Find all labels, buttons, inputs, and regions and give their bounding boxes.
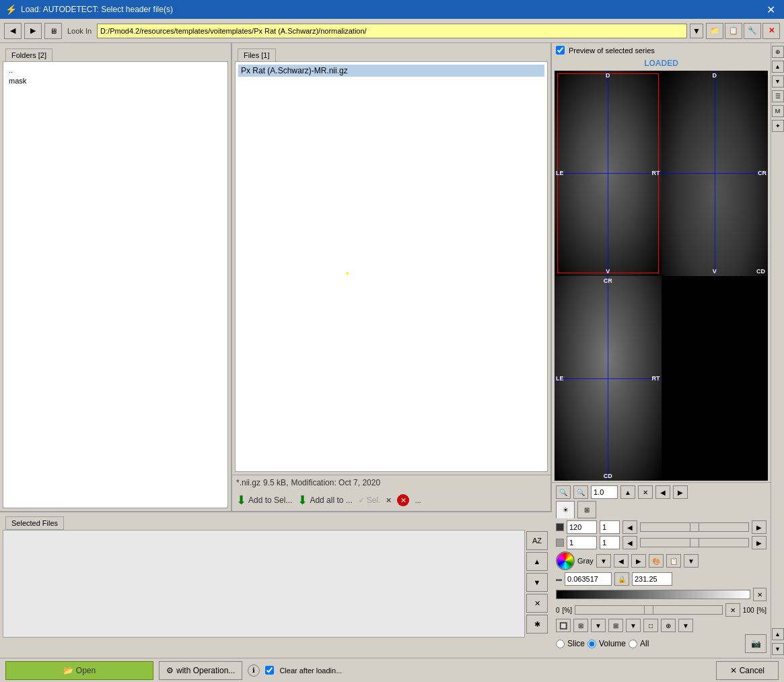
label-rt-bl: RT xyxy=(652,375,660,382)
side-icon-2[interactable]: ▲ xyxy=(772,61,784,73)
pct-slider[interactable] xyxy=(575,605,723,615)
side-icons: ⊕ ▲ ▼ ☰ M ✦ ▲ ▼ xyxy=(771,43,784,658)
tool-btn-1[interactable]: 🔲 xyxy=(556,619,571,632)
titlebar-close-button[interactable]: ✕ xyxy=(762,1,779,18)
add-to-sel-button[interactable]: ⬇ Add to Sel... xyxy=(236,493,292,508)
selected-files-tab[interactable]: Selected Files xyxy=(5,516,64,530)
brightness-tab[interactable]: ☀ xyxy=(556,501,575,518)
tool-btn-2[interactable]: ⊞ xyxy=(573,619,588,632)
tool-dropdown-5[interactable]: ▼ xyxy=(678,619,693,632)
min-val-input[interactable] xyxy=(565,572,612,586)
label-cd-tr: CD xyxy=(756,268,765,275)
label-cr-bl: CR xyxy=(604,277,612,284)
file-actions-bar: ⬇ Add to Sel... ⬇ Add all to ... ✓ Sel. … xyxy=(232,489,550,511)
tool-dropdown-2[interactable]: ▼ xyxy=(591,619,606,632)
tool-btn-4[interactable]: □ xyxy=(643,619,658,632)
val2-input[interactable] xyxy=(600,520,620,534)
val-prev-btn[interactable]: ◀ xyxy=(622,520,637,534)
look-in-input[interactable] xyxy=(97,24,687,38)
zoom-prev-btn[interactable]: ◀ xyxy=(655,485,670,499)
tool-btn-3[interactable]: ⊞ xyxy=(608,619,623,632)
label-le: LE xyxy=(556,170,564,176)
info-button[interactable]: ℹ xyxy=(248,664,260,677)
gradient-reset-btn[interactable]: ✕ xyxy=(753,588,767,601)
star-button[interactable]: ✱ xyxy=(526,615,548,634)
zoom-out-btn[interactable]: 🔍 xyxy=(573,485,588,499)
val1-input[interactable] xyxy=(567,520,597,534)
color-next-btn[interactable]: ▶ xyxy=(631,554,646,568)
files-area xyxy=(238,77,544,292)
lut-btn[interactable]: 🎨 xyxy=(649,554,664,568)
add-all-button[interactable]: ⬇ Add all to ... xyxy=(297,493,352,508)
side-icon-5[interactable]: M xyxy=(772,105,784,117)
color-picker-btn[interactable] xyxy=(556,551,575,570)
back-button[interactable]: ◀ xyxy=(4,23,22,39)
drive-button[interactable]: 🖥 xyxy=(44,23,62,39)
forward-button[interactable]: ▶ xyxy=(24,23,42,39)
move-down-button[interactable]: ▼ xyxy=(526,573,548,592)
tool-dropdown-3[interactable]: ▼ xyxy=(626,619,641,632)
color-dropdown-btn[interactable]: ▼ xyxy=(596,554,611,568)
zoom-input[interactable] xyxy=(591,485,618,499)
side-icon-4[interactable]: ☰ xyxy=(772,90,784,102)
label-d-tr: D xyxy=(713,72,717,79)
side-icon-6[interactable]: ✦ xyxy=(772,120,784,132)
list-button[interactable]: 📋 xyxy=(725,23,742,39)
val3-input[interactable] xyxy=(567,536,597,549)
with-operation-button[interactable]: ⚙ with Operation... xyxy=(159,661,242,680)
folder-item-mask[interactable]: mask xyxy=(6,75,225,86)
grid-tab[interactable]: ⊞ xyxy=(577,501,596,518)
close-toolbar-button[interactable]: ✕ xyxy=(762,23,780,39)
tool-btn-5[interactable]: ⊕ xyxy=(661,619,676,632)
side-scroll-up[interactable]: ▲ xyxy=(772,628,784,640)
side-scroll-down[interactable]: ▼ xyxy=(772,643,784,655)
file-item-selected[interactable]: Px Rat (A.Schwarz)-MR.nii.gz xyxy=(238,65,544,77)
open-button[interactable]: 📂 Open xyxy=(5,661,153,680)
label-le-bl: LE xyxy=(556,375,564,382)
folder-item-dotdot[interactable]: .. xyxy=(6,65,225,75)
remove-button[interactable]: ✕ xyxy=(526,594,548,613)
pct-reset-btn[interactable]: ✕ xyxy=(725,603,740,617)
x-clear-button[interactable]: ✕ xyxy=(386,496,392,505)
sort-az-button[interactable]: AZ xyxy=(526,531,548,550)
zoom-minus-btn[interactable]: ✕ xyxy=(638,485,653,499)
folders-tab[interactable]: Folders [2] xyxy=(5,48,52,61)
preview-checkbox[interactable] xyxy=(556,46,565,55)
all-radio[interactable] xyxy=(629,640,637,648)
color-square xyxy=(556,523,564,531)
clear-checkbox[interactable] xyxy=(265,666,274,675)
zoom-next-btn[interactable]: ▶ xyxy=(673,485,688,499)
val4-input[interactable] xyxy=(600,536,620,549)
slice-radio[interactable] xyxy=(556,640,565,648)
volume-radio[interactable] xyxy=(587,640,596,648)
color-more-btn[interactable]: ▼ xyxy=(684,554,699,568)
settings-button[interactable]: 🔧 xyxy=(744,23,761,39)
sel-button[interactable]: ✓ Sel. xyxy=(358,496,381,505)
zoom-plus-btn[interactable]: ▲ xyxy=(620,485,635,499)
crosshair-v-tr xyxy=(715,71,715,276)
cancel-button[interactable]: ✕ Cancel xyxy=(716,661,779,680)
side-icon-3[interactable]: ▼ xyxy=(772,75,784,88)
max-val-input[interactable] xyxy=(632,572,672,586)
val-slider-1[interactable] xyxy=(640,522,749,532)
files-tab[interactable]: Files [1] xyxy=(238,48,276,61)
zoom-magnify-btn[interactable]: 🔍 xyxy=(556,485,571,499)
move-up-button[interactable]: ▲ xyxy=(526,552,548,571)
val2-prev-btn[interactable]: ◀ xyxy=(622,536,637,549)
side-icon-1[interactable]: ⊕ xyxy=(772,46,784,58)
val-next-btn[interactable]: ▶ xyxy=(752,520,767,534)
min-lock-btn[interactable]: 🔒 xyxy=(614,572,629,586)
snap-btn[interactable]: 📷 xyxy=(745,634,767,653)
look-in-dropdown[interactable]: ▼ xyxy=(690,24,703,38)
val2-next-btn[interactable]: ▶ xyxy=(752,536,767,549)
val-slider-2[interactable] xyxy=(640,538,749,547)
more-button[interactable]: ... xyxy=(415,496,421,504)
delete-button[interactable]: ✕ xyxy=(397,494,409,506)
pct-row: 0 [%] ✕ 100 [%] xyxy=(556,603,767,617)
preview-image-area[interactable]: D LE RT V D CR CD V xyxy=(555,71,768,481)
copy-btn[interactable]: 📋 xyxy=(666,554,681,568)
color-prev-btn[interactable]: ◀ xyxy=(614,554,629,568)
file-size: 9.5 kB, xyxy=(263,478,288,487)
browse-button[interactable]: 📁 xyxy=(706,23,723,39)
label-v: V xyxy=(606,268,610,275)
